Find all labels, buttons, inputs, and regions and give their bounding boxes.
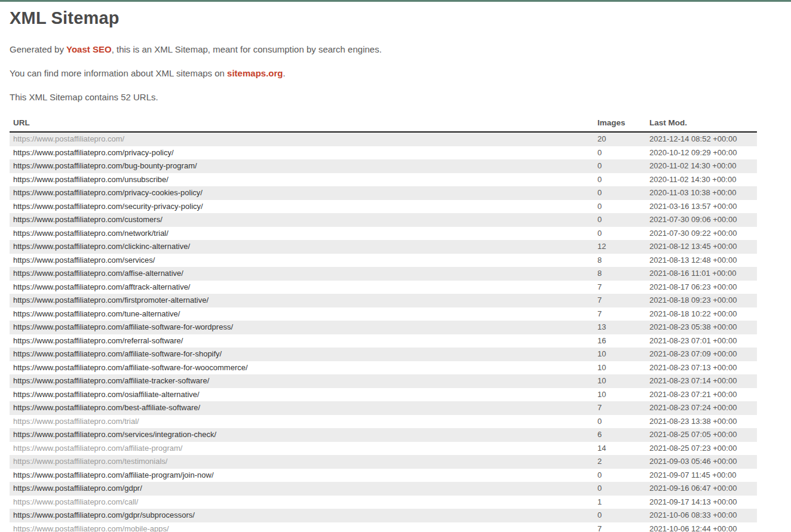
last-mod-cell: 2021-08-23 07:14 +00:00 <box>649 374 757 388</box>
sitemap-url-link[interactable]: https://www.postaffiliatepro.com/affilia… <box>13 322 233 331</box>
table-row: https://www.postaffiliatepro.com/network… <box>10 227 757 241</box>
sitemap-url-link[interactable]: https://www.postaffiliatepro.com/gdpr/ <box>13 484 142 493</box>
last-mod-cell: 2021-09-16 06:47 +00:00 <box>649 482 757 496</box>
table-header-row: URL Images Last Mod. <box>10 116 757 132</box>
sitemap-url-link[interactable]: https://www.postaffiliatepro.com/network… <box>13 229 168 238</box>
table-row: https://www.postaffiliatepro.com/securit… <box>10 200 757 214</box>
url-cell: https://www.postaffiliatepro.com/network… <box>10 227 597 241</box>
sitemap-url-link[interactable]: https://www.postaffiliatepro.com/afftrac… <box>13 282 191 291</box>
sitemap-table-body: https://www.postaffiliatepro.com/202021-… <box>10 132 757 532</box>
images-count-cell: 10 <box>597 348 649 361</box>
table-row: https://www.postaffiliatepro.com/service… <box>10 254 757 267</box>
sitemap-page: XML Sitemap Generated by Yoast SEO, this… <box>0 2 791 532</box>
url-cell: https://www.postaffiliatepro.com/affilia… <box>10 361 597 375</box>
sitemap-url-link[interactable]: https://www.postaffiliatepro.com/affilia… <box>13 376 209 385</box>
images-count-cell: 8 <box>597 267 649 281</box>
sitemap-url-link[interactable]: https://www.postaffiliatepro.com/securit… <box>13 202 203 211</box>
images-count-cell: 0 <box>597 227 649 241</box>
column-header-url: URL <box>10 116 597 132</box>
sitemap-table: URL Images Last Mod. https://www.postaff… <box>10 116 757 532</box>
sitemap-url-link[interactable]: https://www.postaffiliatepro.com/privacy… <box>13 188 203 197</box>
last-mod-cell: 2020-11-02 14:30 +00:00 <box>649 173 757 187</box>
url-cell: https://www.postaffiliatepro.com/affilia… <box>10 321 597 334</box>
intro-text: You can find more information about XML … <box>10 68 227 78</box>
sitemap-url-link[interactable]: https://www.postaffiliatepro.com/clickin… <box>13 242 190 251</box>
sitemap-url-link[interactable]: https://www.postaffiliatepro.com/affilia… <box>13 349 222 358</box>
url-cell: https://www.postaffiliatepro.com/custome… <box>10 213 597 227</box>
sitemap-url-link[interactable]: https://www.postaffiliatepro.com/tune-al… <box>13 309 180 318</box>
images-count-cell: 7 <box>597 522 649 532</box>
table-row: https://www.postaffiliatepro.com/tune-al… <box>10 307 757 321</box>
table-row: https://www.postaffiliatepro.com/referra… <box>10 334 757 348</box>
sitemap-url-link[interactable]: https://www.postaffiliatepro.com/affilia… <box>13 471 214 479</box>
sitemap-url-link[interactable]: https://www.postaffiliatepro.com/call/ <box>13 497 138 506</box>
images-count-cell: 0 <box>597 186 649 200</box>
sitemap-url-link[interactable]: https://www.postaffiliatepro.com/trial/ <box>13 417 139 426</box>
sitemap-url-link[interactable]: https://www.postaffiliatepro.com/privacy… <box>13 148 174 157</box>
table-row: https://www.postaffiliatepro.com/bug-bou… <box>10 159 757 173</box>
url-cell: https://www.postaffiliatepro.com/best-af… <box>10 401 597 415</box>
images-count-cell: 7 <box>597 307 649 321</box>
url-cell: https://www.postaffiliatepro.com/service… <box>10 254 597 267</box>
sitemap-url-link[interactable]: https://www.postaffiliatepro.com/osiaffi… <box>13 390 200 399</box>
table-row: https://www.postaffiliatepro.com/affilia… <box>10 361 757 375</box>
url-cell: https://www.postaffiliatepro.com/privacy… <box>10 186 597 200</box>
images-count-cell: 16 <box>597 334 649 348</box>
sitemap-url-link[interactable]: https://www.postaffiliatepro.com/affilia… <box>13 363 248 372</box>
table-row: https://www.postaffiliatepro.com/affilia… <box>10 442 757 456</box>
url-cell: https://www.postaffiliatepro.com/unsubsc… <box>10 173 597 187</box>
sitemap-url-link[interactable]: https://www.postaffiliatepro.com/firstpr… <box>13 296 209 305</box>
sitemap-url-link[interactable]: https://www.postaffiliatepro.com/testimo… <box>13 457 167 466</box>
table-row: https://www.postaffiliatepro.com/gdpr/02… <box>10 482 757 496</box>
url-cell: https://www.postaffiliatepro.com/osiaffi… <box>10 388 597 402</box>
url-cell: https://www.postaffiliatepro.com/affilia… <box>10 348 597 361</box>
url-cell: https://www.postaffiliatepro.com/mobile-… <box>10 522 597 532</box>
table-row: https://www.postaffiliatepro.com/affilia… <box>10 348 757 361</box>
sitemap-url-link[interactable]: https://www.postaffiliatepro.com/ <box>13 134 124 143</box>
images-count-cell: 7 <box>597 281 649 294</box>
sitemap-url-link[interactable]: https://www.postaffiliatepro.com/affilia… <box>13 444 182 453</box>
last-mod-cell: 2021-03-16 13:57 +00:00 <box>649 200 757 214</box>
table-row: https://www.postaffiliatepro.com/affilia… <box>10 374 757 388</box>
sitemap-url-link[interactable]: https://www.postaffiliatepro.com/referra… <box>13 336 183 345</box>
url-cell: https://www.postaffiliatepro.com/service… <box>10 428 597 442</box>
sitemap-url-link[interactable]: https://www.postaffiliatepro.com/gdpr/su… <box>13 511 195 519</box>
images-count-cell: 0 <box>597 415 649 429</box>
sitemap-url-link[interactable]: https://www.postaffiliatepro.com/affise-… <box>13 269 183 278</box>
sitemap-url-link[interactable]: https://www.postaffiliatepro.com/service… <box>13 430 216 439</box>
table-row: https://www.postaffiliatepro.com/affilia… <box>10 321 757 334</box>
last-mod-cell: 2021-08-25 07:23 +00:00 <box>649 442 757 456</box>
sitemap-url-link[interactable]: https://www.postaffiliatepro.com/bug-bou… <box>13 161 197 170</box>
sitemap-url-link[interactable]: https://www.postaffiliatepro.com/service… <box>13 256 155 265</box>
sitemap-url-link[interactable]: https://www.postaffiliatepro.com/best-af… <box>13 403 200 412</box>
sitemap-url-link[interactable]: https://www.postaffiliatepro.com/custome… <box>13 215 163 224</box>
url-cell: https://www.postaffiliatepro.com/bug-bou… <box>10 159 597 173</box>
sitemap-url-link[interactable]: https://www.postaffiliatepro.com/mobile-… <box>13 524 169 532</box>
page-title: XML Sitemap <box>10 8 781 28</box>
table-row: https://www.postaffiliatepro.com/osiaffi… <box>10 388 757 402</box>
table-row: https://www.postaffiliatepro.com/affise-… <box>10 267 757 281</box>
last-mod-cell: 2021-08-23 07:01 +00:00 <box>649 334 757 348</box>
table-row: https://www.postaffiliatepro.com/custome… <box>10 213 757 227</box>
table-row: https://www.postaffiliatepro.com/privacy… <box>10 146 757 160</box>
url-cell: https://www.postaffiliatepro.com/call/ <box>10 496 597 509</box>
yoast-seo-link[interactable]: Yoast SEO <box>66 44 112 54</box>
last-mod-cell: 2020-11-03 10:38 +00:00 <box>649 186 757 200</box>
intro-generated-by: Generated by Yoast SEO, this is an XML S… <box>10 44 781 54</box>
last-mod-cell: 2021-08-13 12:48 +00:00 <box>649 254 757 267</box>
sitemap-url-link[interactable]: https://www.postaffiliatepro.com/unsubsc… <box>13 175 168 184</box>
images-count-cell: 0 <box>597 200 649 214</box>
images-count-cell: 0 <box>597 482 649 496</box>
url-count-text: This XML Sitemap contains 52 URLs. <box>10 92 781 102</box>
images-count-cell: 0 <box>597 159 649 173</box>
url-cell: https://www.postaffiliatepro.com/gdpr/ <box>10 482 597 496</box>
sitemaps-org-link[interactable]: sitemaps.org <box>227 68 283 78</box>
table-row: https://www.postaffiliatepro.com/privacy… <box>10 186 757 200</box>
last-mod-cell: 2021-08-23 07:21 +00:00 <box>649 388 757 402</box>
table-row: https://www.postaffiliatepro.com/firstpr… <box>10 294 757 307</box>
images-count-cell: 8 <box>597 254 649 267</box>
images-count-cell: 0 <box>597 146 649 160</box>
last-mod-cell: 2021-08-17 06:23 +00:00 <box>649 281 757 294</box>
images-count-cell: 10 <box>597 388 649 402</box>
url-cell: https://www.postaffiliatepro.com/firstpr… <box>10 294 597 307</box>
